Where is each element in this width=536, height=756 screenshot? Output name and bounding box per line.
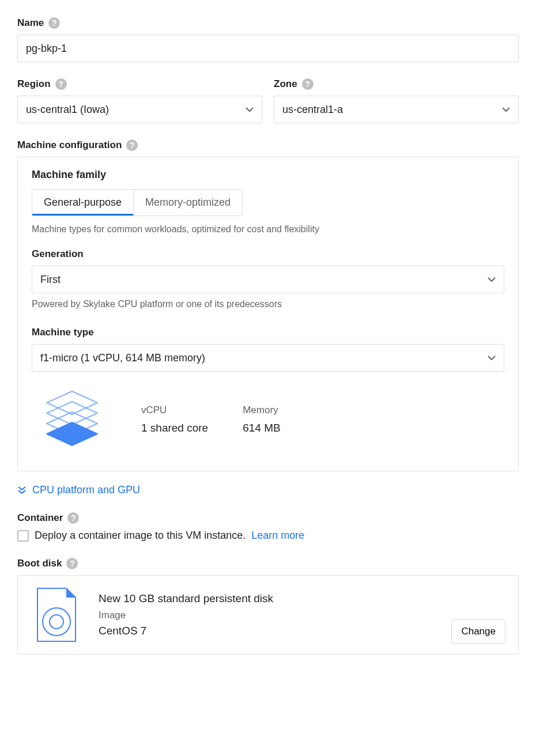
help-icon[interactable]: ? <box>48 17 60 29</box>
zone-value: us-central1-a <box>282 104 343 116</box>
boot-disk-image-value: CentOS 7 <box>99 625 435 637</box>
deploy-container-checkbox[interactable] <box>17 530 29 542</box>
boot-disk-panel: New 10 GB standard persistent disk Image… <box>17 575 519 655</box>
region-label: Region ? <box>17 78 262 90</box>
chevron-down-icon <box>246 107 254 112</box>
chevron-down-icon <box>502 107 510 112</box>
machine-config-label: Machine configuration ? <box>17 139 519 151</box>
svg-marker-1 <box>47 402 97 425</box>
help-icon[interactable]: ? <box>302 78 314 90</box>
vcpu-label: vCPU <box>141 405 208 416</box>
tab-memory-optimized[interactable]: Memory-optimized <box>134 190 242 216</box>
svg-marker-3 <box>47 422 97 445</box>
double-chevron-down-icon <box>17 486 27 494</box>
region-value: us-central1 (Iowa) <box>26 104 109 116</box>
learn-more-link[interactable]: Learn more <box>251 530 304 542</box>
container-label: Container ? <box>17 512 519 524</box>
generation-label: Generation <box>32 248 504 260</box>
boot-disk-image-label: Image <box>99 610 435 621</box>
machine-type-select[interactable]: f1-micro (1 vCPU, 614 MB memory) <box>32 344 504 372</box>
machine-family-tabs: General-purpose Memory-optimized <box>32 189 243 216</box>
disk-icon <box>31 586 82 644</box>
deploy-container-text: Deploy a container image to this VM inst… <box>35 530 246 542</box>
machine-stack-icon <box>37 388 107 451</box>
machine-family-hint: Machine types for common workloads, opti… <box>32 224 504 235</box>
boot-disk-label: Boot disk ? <box>17 558 519 569</box>
boot-disk-label-text: Boot disk <box>17 558 62 569</box>
cpu-gpu-expand-label: CPU platform and GPU <box>32 484 140 496</box>
zone-label-text: Zone <box>274 78 297 90</box>
region-select[interactable]: us-central1 (Iowa) <box>17 96 262 123</box>
boot-disk-title: New 10 GB standard persistent disk <box>99 592 435 605</box>
chevron-down-icon <box>488 277 496 282</box>
memory-value: 614 MB <box>243 422 280 434</box>
help-icon[interactable]: ? <box>67 512 79 524</box>
region-label-text: Region <box>17 78 51 90</box>
svg-marker-0 <box>47 391 97 414</box>
machine-config-panel: Machine family General-purpose Memory-op… <box>17 157 519 471</box>
name-input[interactable] <box>17 35 519 62</box>
name-label: Name ? <box>17 17 519 29</box>
help-icon[interactable]: ? <box>55 78 67 90</box>
machine-config-label-text: Machine configuration <box>17 139 122 151</box>
chevron-down-icon <box>488 356 496 360</box>
cpu-gpu-expand[interactable]: CPU platform and GPU <box>17 484 519 496</box>
help-icon[interactable]: ? <box>126 139 138 151</box>
svg-point-4 <box>43 608 70 636</box>
memory-label: Memory <box>243 405 280 416</box>
generation-select[interactable]: First <box>32 266 504 293</box>
zone-label: Zone ? <box>274 78 519 90</box>
machine-family-label: Machine family <box>32 169 504 181</box>
tab-general-purpose[interactable]: General-purpose <box>32 190 134 216</box>
machine-type-value: f1-micro (1 vCPU, 614 MB memory) <box>40 352 205 364</box>
machine-type-label: Machine type <box>32 327 504 338</box>
generation-hint: Powered by Skylake CPU platform or one o… <box>32 299 504 309</box>
name-label-text: Name <box>17 17 44 29</box>
vcpu-value: 1 shared core <box>141 422 208 434</box>
generation-value: First <box>40 274 61 286</box>
change-boot-disk-button[interactable]: Change <box>451 619 505 644</box>
zone-select[interactable]: us-central1-a <box>274 96 519 123</box>
svg-point-5 <box>50 615 63 629</box>
container-label-text: Container <box>17 512 63 524</box>
help-icon[interactable]: ? <box>66 558 78 569</box>
machine-specs: vCPU 1 shared core Memory 614 MB <box>32 372 504 457</box>
